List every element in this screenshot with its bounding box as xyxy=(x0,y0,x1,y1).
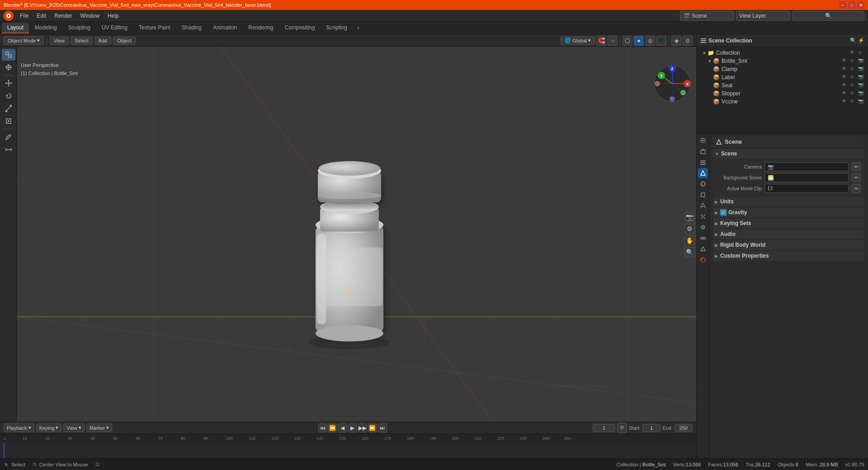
outliner-item-bottle[interactable]: ▼ 📦 Bottle_5ml 👁 ⊙ 📷 xyxy=(697,57,868,65)
movie-clip-edit-btn[interactable]: ✏ xyxy=(852,184,861,193)
prop-physics-icon[interactable] xyxy=(698,222,708,232)
tab-modeling[interactable]: Modeling xyxy=(29,23,62,33)
menu-file[interactable]: File xyxy=(16,12,32,20)
cursor-tool-button[interactable] xyxy=(2,61,15,73)
blender-logo[interactable] xyxy=(4,11,14,21)
audio-section-toggle[interactable]: ▶ Audio xyxy=(713,229,864,239)
tab-rendering[interactable]: Rendering xyxy=(243,23,278,33)
transform-tool-button[interactable] xyxy=(2,115,15,127)
visibility-select-icon[interactable]: ⊙ xyxy=(858,50,864,56)
prop-render-icon[interactable] xyxy=(698,136,708,146)
viewport-3d[interactable]: User Perspective (1) Collection | Bottle… xyxy=(17,47,696,422)
scene-section-toggle[interactable]: ▼ Scene xyxy=(713,149,864,159)
vccine-render-icon[interactable]: 📷 xyxy=(858,99,864,105)
rendered-mode-icon[interactable]: 🌑 xyxy=(656,36,666,46)
prop-object-data-icon[interactable] xyxy=(698,244,708,254)
prop-world-icon[interactable] xyxy=(698,179,708,189)
tab-uv-editing[interactable]: UV Editing xyxy=(96,23,133,33)
prop-material-icon[interactable] xyxy=(698,255,708,265)
vccine-eye-icon[interactable]: 👁 xyxy=(842,99,848,105)
stopper-render-icon[interactable]: 📷 xyxy=(858,90,864,97)
marker-dropdown[interactable]: Marker ▾ xyxy=(86,423,112,432)
bg-scene-edit-btn[interactable]: ✏ xyxy=(852,173,861,182)
prop-particles-icon[interactable] xyxy=(698,212,708,221)
background-scene-value[interactable]: 🌅 xyxy=(764,173,849,182)
view-layer-selector[interactable]: View Layer xyxy=(736,11,790,21)
custom-props-toggle[interactable]: ▶ Custom Properties xyxy=(713,251,864,261)
move-tool-button[interactable] xyxy=(2,77,15,89)
units-section-toggle[interactable]: ▶ Units xyxy=(713,197,864,207)
measure-tool-button[interactable] xyxy=(2,144,15,155)
outliner-item-vccine[interactable]: 📦 Vccine 👁 ⊙ 📷 xyxy=(697,98,868,106)
snap-magnet-icon[interactable]: 🧲 xyxy=(596,36,606,46)
step-forward-button[interactable]: ▶▶ xyxy=(358,423,367,432)
tab-layout[interactable]: Layout xyxy=(2,23,29,33)
view-dropdown[interactable]: View ▾ xyxy=(63,423,85,432)
prop-output-icon[interactable] xyxy=(698,146,708,156)
menu-window[interactable]: Window xyxy=(76,12,103,20)
outliner-item-label[interactable]: 📦 Label 👁 ⊙ 📷 xyxy=(697,73,868,81)
prop-scene-icon[interactable] xyxy=(698,168,708,178)
rigid-body-toggle[interactable]: ▶ Rigid Body World xyxy=(713,240,864,250)
add-menu[interactable]: Add xyxy=(94,37,112,45)
select-menu[interactable]: Select xyxy=(71,37,93,45)
bottle-eye-icon[interactable]: 👁 xyxy=(842,58,848,64)
select-tool-button[interactable] xyxy=(2,49,15,61)
timeline-keyframe-track[interactable] xyxy=(0,443,696,458)
tab-shading[interactable]: Shading xyxy=(176,23,207,33)
jump-to-next-keyframe-button[interactable]: ⏩ xyxy=(368,423,377,432)
prop-constraints-icon[interactable] xyxy=(698,233,708,243)
label-select-icon[interactable]: ⊙ xyxy=(850,74,856,80)
prop-view-layer-icon[interactable] xyxy=(698,157,708,167)
jump-to-start-button[interactable]: ⏮ xyxy=(318,423,327,432)
outliner-item-clamp[interactable]: 📦 Clamp 👁 ⊙ 📷 xyxy=(697,65,868,73)
global-space-dropdown[interactable]: 🌐 Global ▾ xyxy=(561,36,595,45)
menu-help[interactable]: Help xyxy=(104,12,123,20)
prop-object-icon[interactable] xyxy=(698,190,708,200)
stopper-eye-icon[interactable]: 👁 xyxy=(842,90,848,97)
prop-modifier-icon[interactable] xyxy=(698,201,708,211)
viewport-render-icon[interactable]: ⚙ xyxy=(684,224,694,234)
camera-value[interactable]: 📷 xyxy=(764,162,849,171)
menu-render[interactable]: Render xyxy=(51,12,75,20)
seal-eye-icon[interactable]: 👁 xyxy=(842,82,848,89)
scale-tool-button[interactable] xyxy=(2,103,15,114)
play-button[interactable]: ▶ xyxy=(348,423,357,432)
viewport-gizmo[interactable]: X Y Z xyxy=(652,63,693,104)
xray-toggle-icon[interactable]: ⊙ xyxy=(683,36,693,46)
keying-dropdown[interactable]: Keying ▾ xyxy=(36,423,62,432)
camera-edit-btn[interactable]: ✏ xyxy=(852,162,861,171)
add-workspace-button[interactable]: + xyxy=(353,23,363,33)
menu-edit[interactable]: Edit xyxy=(33,12,50,20)
tab-animation[interactable]: Animation xyxy=(208,23,242,33)
view-menu[interactable]: View xyxy=(50,37,69,45)
maximize-button[interactable]: □ xyxy=(848,1,855,9)
material-preview-icon[interactable]: ◎ xyxy=(645,36,655,46)
clamp-render-icon[interactable]: 📷 xyxy=(858,66,864,72)
outliner-filter-icon[interactable]: ⚡ xyxy=(858,38,864,43)
bottle-select-icon[interactable]: ⊙ xyxy=(850,58,856,64)
jump-to-prev-keyframe-button[interactable]: ⏪ xyxy=(328,423,337,432)
clamp-eye-icon[interactable]: 👁 xyxy=(842,66,848,72)
viewport-camera-icon[interactable]: 📷 xyxy=(684,212,694,222)
object-mode-dropdown[interactable]: Object Mode ▾ xyxy=(4,36,44,45)
rotate-tool-button[interactable] xyxy=(2,90,15,102)
current-frame-input[interactable]: 1 xyxy=(593,424,615,432)
viewport-search-icon[interactable]: 🔍 xyxy=(684,247,694,257)
visibility-eye-icon[interactable]: 👁 xyxy=(850,50,856,56)
frame-rate-icon[interactable]: ⏱ xyxy=(617,423,627,433)
solid-mode-icon[interactable]: ● xyxy=(634,36,644,46)
close-button[interactable]: ✕ xyxy=(857,1,864,9)
gravity-section-toggle[interactable]: ▶ ✓ Gravity xyxy=(713,207,864,217)
tab-sculpting[interactable]: Sculpting xyxy=(63,23,96,33)
bottle-render-icon[interactable]: 📷 xyxy=(858,58,864,64)
outliner-item-seal[interactable]: 📦 Seal 👁 ⊙ 📷 xyxy=(697,81,868,89)
clamp-select-icon[interactable]: ⊙ xyxy=(850,66,856,72)
keying-sets-toggle[interactable]: ▶ Keying Sets xyxy=(713,218,864,228)
annotate-tool-button[interactable] xyxy=(2,131,15,143)
label-eye-icon[interactable]: 👁 xyxy=(842,74,848,80)
search-button[interactable]: 🔍 xyxy=(792,11,864,21)
wireframe-mode-icon[interactable]: ⬡ xyxy=(623,36,632,46)
vccine-select-icon[interactable]: ⊙ xyxy=(850,99,856,105)
outliner-item-stopper[interactable]: 📦 Stopper 👁 ⊙ 📷 xyxy=(697,89,868,98)
